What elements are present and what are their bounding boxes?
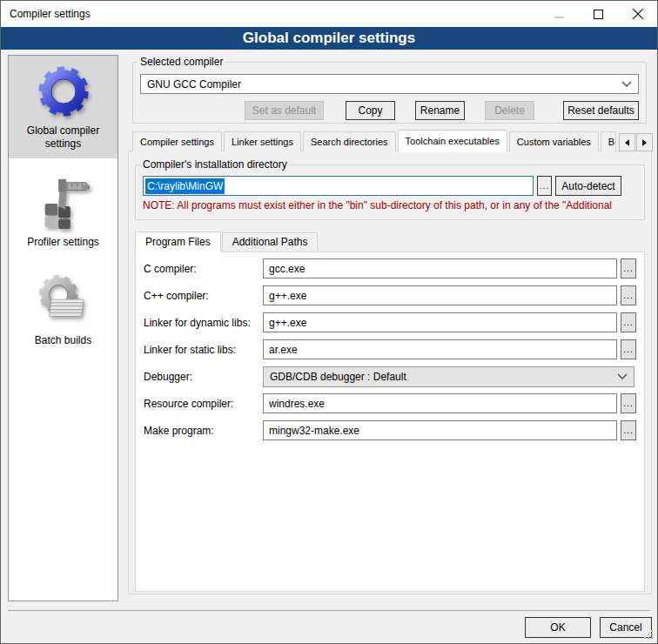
- gear-stack-icon: [37, 274, 91, 328]
- c-compiler-browse-button[interactable]: ...: [621, 258, 636, 278]
- tab-scroll-left-button[interactable]: [619, 133, 635, 151]
- tab-scroll-controls: [618, 133, 653, 151]
- make-program-row: Make program: ...: [144, 420, 636, 440]
- subtab-program-files[interactable]: Program Files: [135, 231, 221, 252]
- minimize-icon: [554, 10, 564, 19]
- installation-directory-input[interactable]: C:\raylib\MinGW: [143, 176, 534, 196]
- sidebar-item-batch-builds[interactable]: Batch builds: [9, 265, 118, 355]
- resource-compiler-label: Resource compiler:: [144, 398, 263, 410]
- page-title: Global compiler settings: [1, 27, 657, 50]
- selected-compiler-group-label: Selected compiler: [138, 56, 225, 68]
- close-button[interactable]: [618, 1, 657, 27]
- sidebar-item-profiler-settings[interactable]: Profiler settings: [9, 167, 118, 257]
- settings-category-sidebar: Global compiler settings Profiler settin…: [8, 55, 118, 601]
- tab-compiler-settings[interactable]: Compiler settings: [132, 131, 222, 151]
- sidebar-item-global-compiler-settings[interactable]: Global compiler settings: [9, 56, 118, 158]
- linker-static-label: Linker for static libs:: [144, 344, 263, 356]
- linker-dynamic-browse-button[interactable]: ...: [621, 312, 636, 332]
- bin-subdirectory-note: NOTE: All programs must exist either in …: [143, 199, 637, 211]
- tab-linker-settings[interactable]: Linker settings: [224, 131, 301, 151]
- program-files-tabstrip: Program Files Additional Paths: [135, 231, 651, 252]
- installation-directory-row: C:\raylib\MinGW ... Auto-detect: [143, 176, 621, 196]
- compiler-select-value: GNU GCC Compiler: [147, 78, 241, 91]
- close-icon: [633, 9, 643, 19]
- tab-search-directories[interactable]: Search directories: [303, 131, 396, 151]
- c-compiler-row: C compiler: ...: [144, 258, 636, 278]
- installation-directory-group: Compiler's installation directory C:\ray…: [135, 158, 645, 220]
- ok-button[interactable]: OK: [525, 617, 591, 638]
- selected-compiler-group: Selected compiler GNU GCC Compiler Set a…: [132, 56, 647, 124]
- linker-static-row: Linker for static libs: ...: [144, 339, 636, 359]
- maximize-button[interactable]: [579, 1, 618, 27]
- chevron-down-icon: [617, 373, 628, 380]
- make-program-label: Make program:: [144, 425, 263, 437]
- debugger-select-value: GDB/CDB debugger : Default: [270, 371, 406, 383]
- linker-dynamic-label: Linker for dynamic libs:: [144, 317, 263, 329]
- linker-dynamic-row: Linker for dynamic libs: ...: [144, 312, 636, 332]
- minimize-button[interactable]: [540, 1, 579, 27]
- resource-compiler-row: Resource compiler: ...: [144, 393, 636, 413]
- sidebar-item-label: Batch builds: [35, 334, 91, 347]
- tab-scroll-right-button[interactable]: [636, 133, 653, 151]
- subtab-additional-paths[interactable]: Additional Paths: [222, 232, 319, 252]
- installation-directory-value: C:\raylib\MinGW: [145, 178, 225, 194]
- cancel-button[interactable]: Cancel: [600, 617, 652, 638]
- resource-compiler-browse-button[interactable]: ...: [621, 393, 636, 413]
- cpp-compiler-label: C++ compiler:: [144, 290, 263, 302]
- cpp-compiler-input[interactable]: [263, 285, 617, 305]
- make-program-browse-button[interactable]: ...: [621, 420, 636, 440]
- tab-build-options[interactable]: Build: [601, 131, 616, 151]
- toolchain-executables-page: Compiler's installation directory C:\ray…: [128, 151, 652, 594]
- compiler-settings-dialog: Compiler settings Global compiler settin…: [0, 0, 658, 644]
- compiler-select[interactable]: GNU GCC Compiler: [140, 74, 639, 94]
- reset-defaults-button[interactable]: Reset defaults: [563, 101, 639, 120]
- program-files-panel: C compiler: ... C++ compiler: ... Linker…: [135, 252, 645, 592]
- tab-toolchain-executables[interactable]: Toolchain executables: [398, 130, 507, 152]
- linker-dynamic-input[interactable]: [263, 312, 617, 332]
- arrow-right-icon: [642, 139, 647, 146]
- resource-compiler-input[interactable]: [263, 393, 617, 413]
- rename-button[interactable]: Rename: [415, 101, 465, 120]
- window-title: Compiler settings: [10, 8, 91, 20]
- debugger-row: Debugger: GDB/CDB debugger : Default: [144, 366, 636, 386]
- footer-separator: [8, 610, 650, 611]
- debugger-label: Debugger:: [144, 371, 263, 383]
- resize-grip[interactable]: [651, 637, 653, 639]
- sidebar-item-label: Global compiler settings: [10, 124, 116, 151]
- installation-directory-browse-button[interactable]: ...: [537, 176, 552, 196]
- delete-button: Delete: [485, 101, 534, 120]
- caliper-icon: [37, 176, 91, 230]
- set-as-default-button: Set as default: [245, 101, 324, 120]
- cpp-compiler-row: C++ compiler: ...: [144, 285, 636, 305]
- compiler-actions-row: Set as default Copy Rename Delete Reset …: [140, 101, 639, 120]
- auto-detect-button[interactable]: Auto-detect: [555, 176, 621, 196]
- sidebar-item-label: Profiler settings: [27, 236, 99, 249]
- maximize-icon: [594, 10, 603, 19]
- linker-static-input[interactable]: [263, 339, 617, 359]
- cpp-compiler-browse-button[interactable]: ...: [621, 285, 636, 305]
- make-program-input[interactable]: [263, 420, 617, 440]
- linker-static-browse-button[interactable]: ...: [621, 339, 636, 359]
- titlebar[interactable]: Compiler settings: [1, 1, 657, 27]
- chevron-down-icon: [621, 81, 632, 88]
- c-compiler-input[interactable]: [263, 258, 617, 278]
- blue-gear-icon: [37, 64, 91, 118]
- arrow-left-icon: [625, 139, 629, 146]
- c-compiler-label: C compiler:: [144, 263, 263, 275]
- installation-directory-group-label: Compiler's installation directory: [140, 158, 290, 171]
- copy-button[interactable]: Copy: [346, 101, 395, 120]
- debugger-select[interactable]: GDB/CDB debugger : Default: [263, 366, 634, 387]
- settings-tabstrip: Compiler settings Linker settings Search…: [132, 130, 650, 151]
- tab-custom-variables[interactable]: Custom variables: [509, 131, 599, 151]
- window-controls: [540, 1, 657, 27]
